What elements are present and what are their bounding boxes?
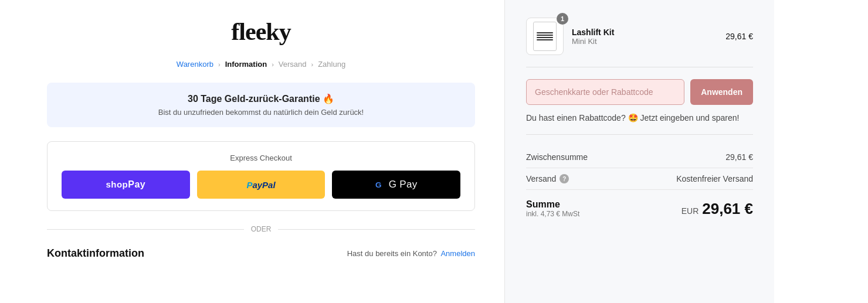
summary-section: Zwischensumme 29,61 € Versand ? Kostenfr… — [526, 147, 753, 190]
zwischensumme-value: 29,61 € — [725, 152, 753, 162]
product-visual — [533, 22, 557, 51]
discount-row: Anwenden — [526, 79, 753, 105]
total-row: Summe inkl. 4,73 € MwSt EUR 29,61 € — [526, 190, 753, 218]
discount-apply-button[interactable]: Anwenden — [690, 79, 753, 105]
discount-input[interactable] — [526, 79, 684, 105]
guarantee-subtitle: Bist du unzufrieden bekommst du natürlic… — [65, 108, 457, 117]
product-image-wrapper: 1 — [526, 18, 564, 55]
express-checkout-section: Express Checkout shopPay PayPal G — [47, 141, 475, 211]
contact-login-prompt: Hast du bereits ein Konto? Anmelden — [347, 249, 475, 258]
summe-currency: EUR — [681, 206, 699, 216]
logo: fleeky — [231, 18, 290, 45]
breadcrumb-information: Information — [225, 60, 267, 69]
breadcrumb-sep-3: › — [311, 61, 314, 68]
or-label: ODER — [251, 225, 272, 233]
svg-text:G: G — [375, 181, 382, 189]
versand-row: Versand ? Kostenfreier Versand — [526, 168, 753, 190]
paypal-button[interactable]: PayPal — [197, 171, 326, 199]
contact-title: Kontaktinformation — [47, 247, 144, 260]
summe-vat: inkl. 4,73 € MwSt — [526, 210, 579, 218]
breadcrumb-zahlung: Zahlung — [318, 60, 345, 69]
shop-pay-button[interactable]: shopPay — [62, 171, 190, 199]
breadcrumb-sep-2: › — [272, 61, 274, 68]
product-image — [526, 18, 564, 55]
login-link[interactable]: Anmelden — [440, 249, 475, 258]
total-right: EUR 29,61 € — [681, 200, 753, 218]
versand-value: Kostenfreier Versand — [676, 174, 753, 183]
or-divider: ODER — [47, 225, 475, 233]
contact-header: Kontaktinformation Hast du bereits ein K… — [47, 247, 475, 260]
breadcrumb-versand: Versand — [279, 60, 307, 69]
product-badge: 1 — [557, 13, 568, 25]
product-variant: Mini Kit — [572, 37, 717, 46]
left-panel: fleeky Warenkorb › Information › Versand… — [0, 0, 504, 303]
rabatt-hint: Du hast einen Rabattcode? 🤩 Jetzt eingeb… — [526, 113, 753, 135]
zwischensumme-row: Zwischensumme 29,61 € — [526, 147, 753, 168]
product-row: 1 Lashlift Kit Mini Kit 29,61 € — [526, 18, 753, 67]
breadcrumb: Warenkorb › Information › Versand › Zahl… — [47, 60, 475, 69]
summe-label: Summe — [526, 199, 579, 210]
summe-amount: 29,61 € — [702, 200, 753, 218]
guarantee-box: 30 Tage Geld-zurück-Garantie 🔥 Bist du u… — [47, 83, 475, 127]
breadcrumb-sep-1: › — [218, 61, 221, 68]
logo-area: fleeky — [47, 18, 475, 46]
google-pay-label: G G Pay — [375, 179, 418, 190]
zwischensumme-label: Zwischensumme — [526, 152, 588, 162]
breadcrumb-warenkorb[interactable]: Warenkorb — [177, 60, 213, 69]
product-name: Lashlift Kit — [572, 28, 717, 37]
google-pay-button[interactable]: G G Pay — [332, 171, 460, 199]
versand-label: Versand ? — [526, 174, 569, 183]
paypal-label: PayPal — [246, 180, 275, 190]
payment-buttons: shopPay PayPal G G Pay — [62, 171, 460, 199]
total-left: Summe inkl. 4,73 € MwSt — [526, 199, 579, 218]
versand-info-icon[interactable]: ? — [560, 174, 569, 183]
right-panel: 1 Lashlift Kit Mini Kit 29,61 € Anwenden… — [504, 0, 774, 303]
guarantee-title: 30 Tage Geld-zurück-Garantie 🔥 — [65, 93, 457, 104]
product-info: Lashlift Kit Mini Kit — [572, 28, 717, 46]
product-price: 29,61 € — [725, 32, 753, 41]
shop-pay-label: shopPay — [106, 179, 145, 190]
express-checkout-title: Express Checkout — [62, 154, 460, 162]
